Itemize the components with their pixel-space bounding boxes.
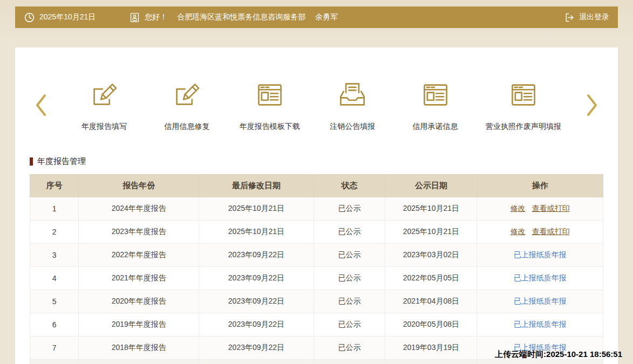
action-link[interactable]: 已上报纸质年报 [514, 273, 567, 282]
published-cell: 2022年05月05日 [385, 267, 477, 290]
modified-cell: 2023年09月22日 [199, 313, 314, 336]
menu-prev-arrow[interactable] [30, 92, 51, 121]
logout-button[interactable]: 退出登录 [564, 12, 609, 23]
action-link[interactable]: 查看或打印 [532, 204, 570, 212]
menu-item-label: 年度报告填写 [81, 122, 127, 132]
status-cell: 已公示 [314, 267, 385, 290]
published-cell: 2020年05月08日 [385, 313, 477, 336]
year-cell: 2024年年度报告 [79, 197, 199, 221]
annual-report-table: 序号报告年份最后修改日期状态公示日期操作 12024年年度报告2025年10月2… [30, 174, 603, 364]
year-cell: 2020年年度报告 [79, 290, 199, 313]
actions-cell: 修改查看或打印 [477, 197, 603, 221]
year-cell: 2021年年度报告 [79, 267, 199, 290]
menu-items: 年度报告填写 信用信息修复 年度报告模板下载 注销公告填报 [51, 81, 582, 132]
table-row: 62019年年度报告2023年09月22日已公示2020年05月08日已上报纸质… [30, 313, 603, 336]
empty-cell [199, 360, 314, 364]
status-cell: 已公示 [314, 244, 385, 267]
status-cell: 已公示 [314, 313, 385, 336]
modified-cell: 2023年09月22日 [199, 244, 314, 267]
window-doc-icon [256, 81, 284, 111]
empty-cell [314, 360, 385, 364]
year-cell: 2018年年度报告 [79, 336, 199, 360]
topbar: 2025年10月21日 您好！ 合肥瑶海区蓝和悦票务信息咨询服务部 余勇军 退出… [15, 6, 618, 28]
actions-cell: 已上报纸质年报 [477, 313, 603, 336]
logout-label: 退出登录 [579, 12, 609, 22]
table-row: 52020年年度报告2023年09月22日已公示2021年04月08日已上报纸质… [30, 290, 603, 313]
column-header: 公示日期 [385, 175, 477, 197]
published-cell: 2019年03月19日 [385, 336, 477, 360]
pencil-paper-icon [173, 81, 201, 111]
empty-cell [30, 360, 79, 364]
menu-item-2[interactable]: 信用信息修复 [154, 81, 219, 132]
published-cell: 2025年10月21日 [385, 221, 477, 244]
seq-cell: 5 [30, 290, 79, 313]
pencil-paper-icon [90, 81, 118, 111]
modified-cell: 2023年09月22日 [199, 267, 314, 290]
year-cell: 2023年年度报告 [79, 221, 199, 244]
action-link[interactable]: 查看或打印 [532, 227, 570, 236]
published-cell: 2023年03月02日 [385, 244, 477, 267]
greeting-text: 您好！ [145, 12, 167, 22]
empty-cell [79, 360, 199, 364]
seq-cell: 2 [30, 221, 79, 244]
icon-menu: 年度报告填写 信用信息修复 年度报告模板下载 注销公告填报 [30, 81, 603, 132]
menu-item-6[interactable]: 营业执照作废声明填报 [486, 81, 561, 132]
table-row-partial [30, 360, 603, 364]
menu-item-label: 营业执照作废声明填报 [486, 122, 561, 132]
column-header: 最后修改日期 [199, 175, 314, 197]
table-row: 22023年年度报告2025年10月21日已公示2025年10月21日修改查看或… [30, 221, 603, 244]
seq-cell: 1 [30, 197, 79, 221]
window-doc-icon [509, 81, 537, 111]
section-bullet-icon [30, 157, 33, 166]
logout-icon [564, 12, 575, 23]
menu-item-1[interactable]: 年度报告填写 [72, 81, 137, 132]
date-group: 2025年10月21日 [24, 12, 96, 23]
menu-item-label: 信用承诺信息 [413, 122, 458, 132]
actions-cell: 已上报纸质年报 [477, 290, 603, 313]
column-header: 操作 [477, 175, 603, 197]
section-title-text: 年度报告管理 [37, 156, 86, 167]
year-cell: 2022年年度报告 [79, 244, 199, 267]
menu-item-5[interactable]: 信用承诺信息 [403, 81, 468, 132]
table-row: 12024年年度报告2025年10月21日已公示2025年10月21日修改查看或… [30, 197, 603, 221]
menu-item-4[interactable]: 注销公告填报 [320, 81, 385, 132]
user-name: 余勇军 [315, 12, 338, 22]
status-cell: 已公示 [314, 336, 385, 360]
action-link[interactable]: 已上报纸质年报 [514, 297, 567, 305]
status-cell: 已公示 [314, 221, 385, 244]
action-link[interactable]: 已上报纸质年报 [514, 250, 567, 259]
modified-cell: 2023年09月22日 [199, 336, 314, 360]
action-link[interactable]: 修改 [511, 227, 526, 236]
seq-cell: 4 [30, 267, 79, 290]
action-link[interactable]: 修改 [511, 204, 526, 212]
status-cell: 已公示 [314, 290, 385, 313]
modified-cell: 2025年10月21日 [199, 221, 314, 244]
clock-icon [24, 12, 35, 23]
modified-cell: 2023年09月22日 [199, 290, 314, 313]
status-cell: 已公示 [314, 197, 385, 221]
column-header: 状态 [314, 175, 385, 197]
published-cell: 2021年04月08日 [385, 290, 477, 313]
menu-next-arrow[interactable] [582, 92, 603, 121]
current-date: 2025年10月21日 [39, 12, 96, 22]
seq-cell: 6 [30, 313, 79, 336]
company-name: 合肥瑶海区蓝和悦票务信息咨询服务部 [177, 12, 305, 22]
section-title: 年度报告管理 [30, 156, 603, 167]
empty-cell [477, 360, 603, 364]
year-cell: 2019年年度报告 [79, 313, 199, 336]
chevron-right-icon [586, 92, 599, 121]
empty-cell [385, 360, 477, 364]
menu-item-3[interactable]: 年度报告模板下载 [237, 81, 302, 132]
table-row: 32022年年度报告2023年09月22日已公示2023年03月02日已上报纸质… [30, 244, 603, 267]
column-header: 报告年份 [79, 175, 199, 197]
action-link[interactable]: 已上报纸质年报 [514, 320, 567, 328]
table-row: 42021年年度报告2023年09月22日已公示2022年05月05日已上报纸质… [30, 267, 603, 290]
seq-cell: 3 [30, 244, 79, 267]
actions-cell: 已上报纸质年报 [477, 244, 603, 267]
published-cell: 2025年10月21日 [385, 197, 477, 221]
user-group: 您好！ 合肥瑶海区蓝和悦票务信息咨询服务部 余勇军 [129, 12, 338, 23]
actions-cell: 已上报纸质年报 [477, 267, 603, 290]
menu-item-label: 信用信息修复 [164, 122, 209, 132]
menu-item-label: 注销公告填报 [330, 122, 375, 132]
window-doc-icon [421, 81, 450, 111]
